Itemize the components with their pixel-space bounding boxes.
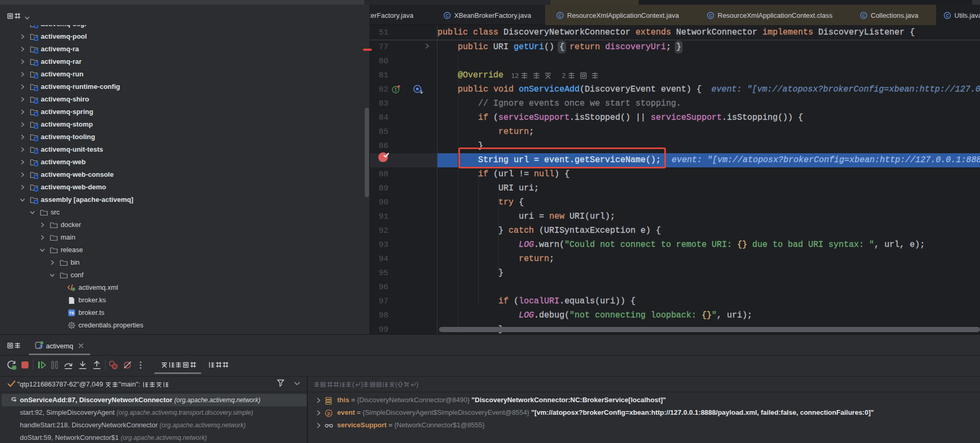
svg-text:p: p	[327, 411, 330, 416]
svg-text:C: C	[709, 13, 712, 18]
svg-text:C: C	[446, 13, 449, 18]
svg-text:C: C	[946, 13, 949, 18]
svg-text:C: C	[862, 13, 866, 18]
svg-text:C: C	[559, 13, 562, 18]
svg-text:TS: TS	[69, 311, 74, 315]
